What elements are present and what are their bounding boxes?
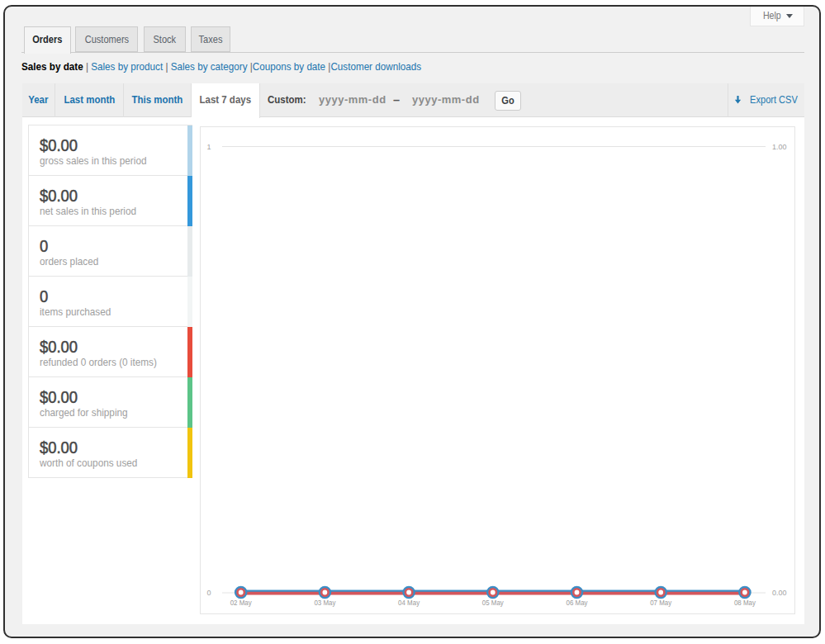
svg-text:08 May: 08 May [734, 599, 756, 607]
svg-text:05 May: 05 May [482, 599, 505, 607]
svg-text:1: 1 [206, 143, 211, 151]
svg-text:02 May: 02 May [230, 599, 253, 607]
svg-text:0: 0 [206, 589, 211, 597]
svg-text:07 May: 07 May [650, 599, 672, 607]
svg-text:06 May: 06 May [567, 599, 589, 607]
svg-text:04 May: 04 May [398, 599, 420, 607]
svg-text:03 May: 03 May [314, 599, 336, 607]
svg-text:0.00: 0.00 [772, 589, 787, 597]
svg-text:1.00: 1.00 [772, 143, 787, 151]
